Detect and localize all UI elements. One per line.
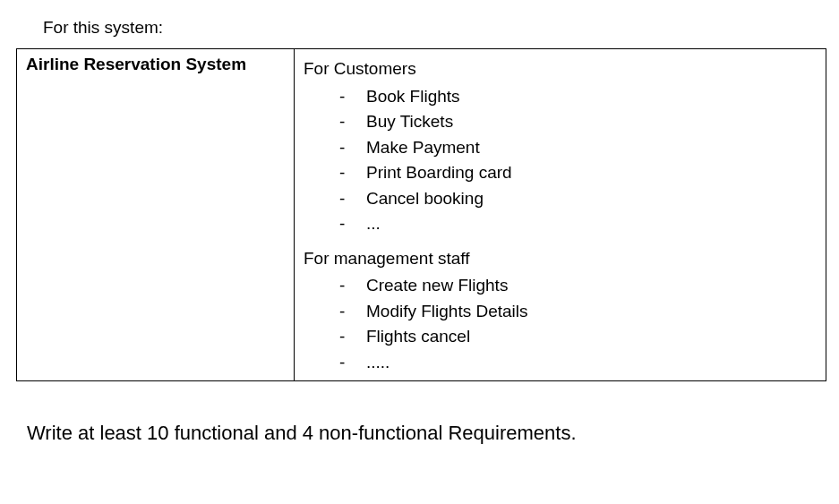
system-details-cell: For Customers Book Flights Buy Tickets M… (295, 49, 826, 381)
list-item: Buy Tickets (339, 109, 817, 135)
customers-heading: For Customers (304, 56, 817, 82)
list-item: Make Payment (339, 135, 817, 161)
list-item: ... (339, 211, 817, 237)
list-item: Book Flights (339, 84, 817, 110)
system-name-cell: Airline Reservation System (17, 49, 295, 381)
management-heading: For management staff (304, 246, 817, 272)
list-item: Flights cancel (339, 324, 817, 350)
customers-list: Book Flights Buy Tickets Make Payment Pr… (304, 84, 817, 237)
list-item: Modify Flights Details (339, 299, 817, 325)
system-table: Airline Reservation System For Customers… (16, 48, 826, 381)
instruction-text: Write at least 10 functional and 4 non-f… (0, 422, 839, 445)
list-item: Print Boarding card (339, 160, 817, 186)
list-item: ..... (339, 350, 817, 376)
intro-text: For this system: (0, 18, 839, 38)
list-item: Create new Flights (339, 273, 817, 299)
management-list: Create new Flights Modify Flights Detail… (304, 273, 817, 375)
list-item: Cancel booking (339, 186, 817, 212)
system-table-container: Airline Reservation System For Customers… (16, 48, 826, 381)
table-row: Airline Reservation System For Customers… (17, 49, 826, 381)
